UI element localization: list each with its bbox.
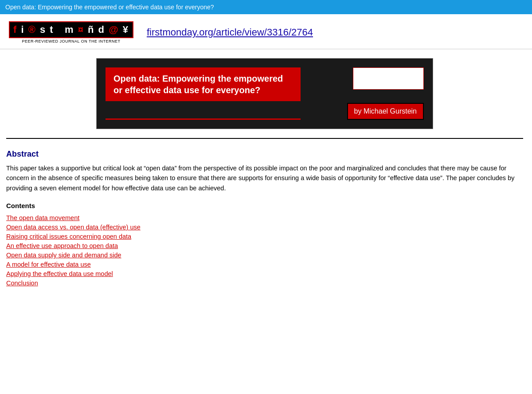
banner-title-box: Open data: Empowering the empowered or e… [106,67,301,101]
contents-link-applying-model[interactable]: Applying the effective data use model [6,270,113,277]
logo-text: f i ® s t m ¤ ñ d @ ¥ [13,24,129,35]
list-item: A model for effective data use [6,260,523,268]
contents-link-access-vs-use[interactable]: Open data access vs. open data (effectiv… [6,224,141,231]
main-content: Open data: Empowering the empowered or e… [0,49,532,297]
contents-link-supply-demand[interactable]: Open data supply side and demand side [6,252,121,259]
browser-title-bar: Open data: Empowering the empowered or e… [0,0,532,14]
contents-link-critical-issues[interactable]: Raising critical issues concerning open … [6,233,131,240]
logo-box: f i ® s t m ¤ ñ d @ ¥ [9,21,133,38]
logo-subtitle: PEER-REVIEWED JOURNAL ON THE INTERNET [9,39,133,43]
list-item: Conclusion [6,279,523,287]
banner-red-line [106,118,301,120]
list-item: Raising critical issues concerning open … [6,232,523,240]
contents-link-model[interactable]: A model for effective data use [6,261,91,268]
contents-link-conclusion[interactable]: Conclusion [6,280,38,287]
abstract-heading: Abstract [6,150,523,159]
contents-list: The open data movement Open data access … [6,214,523,287]
article-banner: Open data: Empowering the empowered or e… [6,58,523,129]
journal-logo: f i ® s t m ¤ ñ d @ ¥ PEER-REVIEWED JOUR… [9,21,133,43]
banner-white-box [353,67,424,90]
list-item: Applying the effective data use model [6,270,523,278]
abstract-text: This paper takes a supportive but critic… [6,163,516,193]
contents-link-open-data-movement[interactable]: The open data movement [6,214,79,221]
list-item: Open data supply side and demand side [6,251,523,259]
contents-link-effective-use-approach[interactable]: An effective use approach to open data [6,242,118,249]
list-item: The open data movement [6,214,523,222]
banner-author: by Michael Gurstein [354,107,417,115]
page-header: f i ® s t m ¤ ñ d @ ¥ PEER-REVIEWED JOUR… [0,14,532,49]
banner-title: Open data: Empowering the empowered or e… [113,73,293,96]
article-url-link[interactable]: firstmonday.org/article/view/3316/2764 [147,27,313,38]
section-divider [6,138,523,139]
banner-author-box: by Michael Gurstein [347,103,424,120]
banner-image: Open data: Empowering the empowered or e… [96,58,433,129]
page-title: Open data: Empowering the empowered or e… [5,4,214,11]
list-item: Open data access vs. open data (effectiv… [6,223,523,231]
list-item: An effective use approach to open data [6,242,523,250]
contents-heading: Contents [6,202,523,209]
